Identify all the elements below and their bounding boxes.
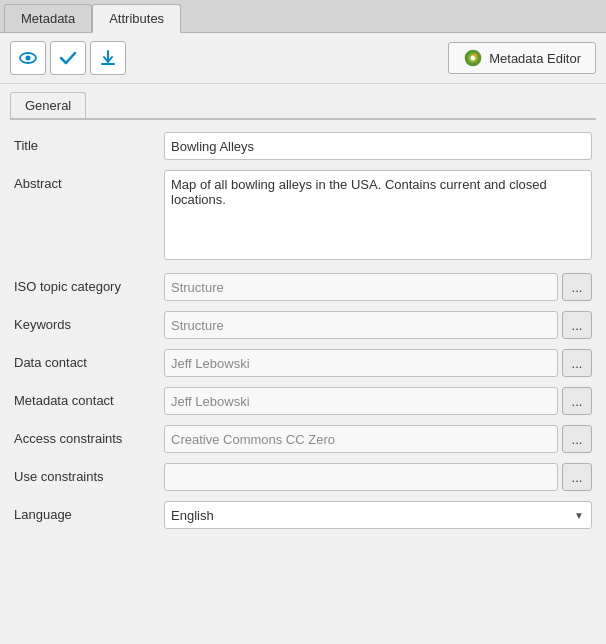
check-icon [59,49,77,67]
tab-metadata[interactable]: Metadata [4,4,92,32]
validate-button[interactable] [50,41,86,75]
metadata-contact-row: ... [164,387,592,415]
data-contact-label: Data contact [14,349,164,370]
metadata-editor-button[interactable]: Metadata Editor [448,42,596,74]
iso-topic-input[interactable] [164,273,558,301]
qgis-icon [463,48,483,68]
language-label: Language [14,501,164,522]
inner-tab-bar: General [10,92,596,120]
access-constraints-label: Access constraints [14,425,164,446]
title-label: Title [14,132,164,153]
keywords-label: Keywords [14,311,164,332]
use-constraints-input[interactable] [164,463,558,491]
access-constraints-row: ... [164,425,592,453]
svg-point-1 [26,56,31,61]
abstract-label: Abstract [14,170,164,191]
keywords-row: ... [164,311,592,339]
tab-attributes[interactable]: Attributes [92,4,181,33]
form: Title Abstract Map of all bowling alleys… [10,132,596,529]
iso-topic-ellipsis-button[interactable]: ... [562,273,592,301]
download-icon [99,49,117,67]
content-area: General Title Abstract Map of all bowlin… [0,84,606,537]
language-dropdown-wrapper: English French Spanish German ▼ [164,501,592,529]
abstract-field-wrapper: Map of all bowling alleys in the USA. Co… [164,170,592,263]
title-field-wrapper [164,132,592,160]
iso-topic-label: ISO topic category [14,273,164,294]
eye-icon [18,48,38,68]
data-contact-row: ... [164,349,592,377]
iso-topic-row: ... [164,273,592,301]
toolbar: Metadata Editor [0,33,606,84]
view-button[interactable] [10,41,46,75]
use-constraints-ellipsis-button[interactable]: ... [562,463,592,491]
metadata-contact-ellipsis-button[interactable]: ... [562,387,592,415]
metadata-contact-label: Metadata contact [14,387,164,408]
tab-bar: Metadata Attributes [0,0,606,33]
abstract-textarea[interactable]: Map of all bowling alleys in the USA. Co… [164,170,592,260]
access-constraints-ellipsis-button[interactable]: ... [562,425,592,453]
tab-general[interactable]: General [10,92,86,118]
title-input[interactable] [164,132,592,160]
svg-rect-2 [101,63,115,65]
data-contact-input[interactable] [164,349,558,377]
svg-point-6 [474,54,477,57]
access-constraints-input[interactable] [164,425,558,453]
language-select[interactable]: English French Spanish German [164,501,592,529]
metadata-contact-input[interactable] [164,387,558,415]
keywords-ellipsis-button[interactable]: ... [562,311,592,339]
use-constraints-row: ... [164,463,592,491]
use-constraints-label: Use constraints [14,463,164,484]
keywords-input[interactable] [164,311,558,339]
metadata-editor-label: Metadata Editor [489,51,581,66]
save-button[interactable] [90,41,126,75]
data-contact-ellipsis-button[interactable]: ... [562,349,592,377]
